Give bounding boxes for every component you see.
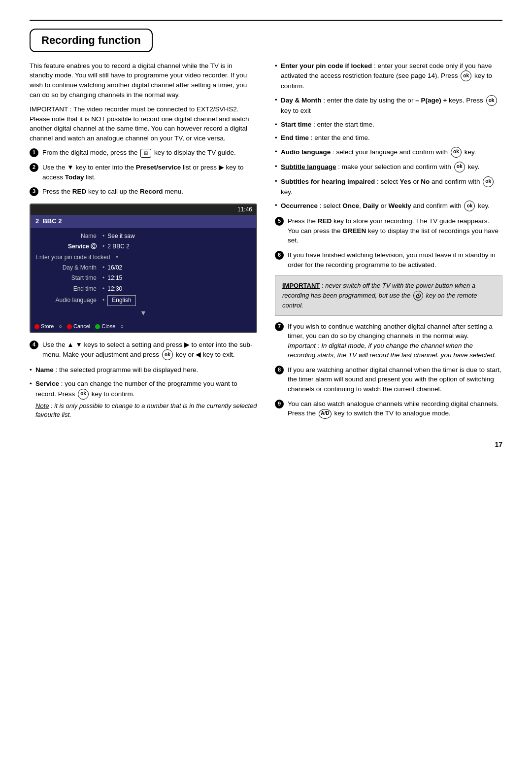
step-3: 3 Press the RED key to call up the Recor… <box>30 187 257 197</box>
tv-label-service: Service Ⓒ <box>35 242 100 251</box>
title-box: Recording function <box>30 29 153 52</box>
tv-btn-cancel: Cancel <box>67 323 90 331</box>
step-1: 1 From the digital mode, press the ⊞ key… <box>30 148 257 158</box>
red-dot-cancel <box>67 324 72 329</box>
tv-row-pin: Enter your pin code if locked • <box>31 252 256 263</box>
tv-btn-circle1: ○ <box>59 323 62 331</box>
step-4-number: 4 <box>30 340 38 349</box>
tv-btn-store: Store <box>34 323 54 331</box>
bullet-daymonth: Day & Month : enter the date by using th… <box>275 95 502 116</box>
tv-guide-key: ⊞ <box>140 149 151 158</box>
ok-key-pin: ok <box>461 70 471 81</box>
step-3-number: 3 <box>30 187 38 196</box>
left-column: This feature enables you to record a dig… <box>30 61 257 425</box>
step-7-content: If you wish to continue watching another… <box>288 322 502 360</box>
tv-screen-mockup: 11:46 2 BBC 2 Name • See it saw Service … <box>30 203 257 333</box>
two-column-layout: This feature enables you to record a dig… <box>30 61 502 425</box>
top-rule <box>30 20 502 21</box>
bullet-hearing: Subtitles for hearing impaired : select … <box>275 176 502 197</box>
step-4: 4 Use the ▲ ▼ keys to select a setting a… <box>30 340 257 361</box>
tv-scroll-arrow: ▼ <box>31 307 256 319</box>
step-2-content: Use the ▼ key to enter into the Preset/s… <box>42 163 257 182</box>
step-7-number: 7 <box>275 322 284 331</box>
tv-row-audiolang: Audio language • English <box>31 294 256 306</box>
ok-key-daymonth: ok <box>486 95 497 106</box>
tv-value-name: See it saw <box>107 232 134 240</box>
step-7: 7 If you wish to continue watching anoth… <box>275 322 502 360</box>
page-number: 17 <box>30 440 502 449</box>
step-3-content: Press the RED key to call up the Record … <box>42 187 257 197</box>
step-2-number: 2 <box>30 163 38 172</box>
service-note: Note : it is only possible to change to … <box>35 402 257 420</box>
right-bullet-list: Enter your pin code if locked : enter yo… <box>275 61 502 211</box>
ok-key-occurrence: ok <box>464 201 475 211</box>
step-2: 2 Use the ▼ key to enter into the Preset… <box>30 163 257 182</box>
tv-channel-bar: 2 BBC 2 <box>31 215 256 228</box>
intro-para-1: This feature enables you to record a dig… <box>30 61 257 100</box>
tv-label-pin: Enter your pin code if locked <box>35 253 113 262</box>
tv-label-name: Name <box>35 232 100 240</box>
step-8-content: If you are watching another digital chan… <box>288 365 502 394</box>
step-4-content: Use the ▲ ▼ keys to select a setting and… <box>42 340 257 361</box>
important-box: IMPORTANT : never switch off the TV with… <box>275 275 502 316</box>
bullet-subtitlelang: Subtitle language : make your selection … <box>275 162 502 172</box>
step-9-content: You can also watch analogue channels whi… <box>288 399 502 419</box>
step-1-content: From the digital mode, press the ⊞ key t… <box>42 148 257 158</box>
tv-row-endtime: End time • 12:30 <box>31 284 256 294</box>
green-dot-close <box>95 324 100 329</box>
tv-menu-area: Name • See it saw Service Ⓒ • 2 BBC 2 En… <box>31 228 256 321</box>
step-9-number: 9 <box>275 400 284 408</box>
page-title: Recording function <box>41 33 141 48</box>
av-key-icon: A/D <box>319 409 332 419</box>
step-1-number: 1 <box>30 148 38 157</box>
tv-btn-close: Close <box>95 323 115 331</box>
tv-row-service: Service Ⓒ • 2 BBC 2 <box>31 241 256 252</box>
ok-key-service: ok <box>78 389 89 400</box>
bullet-starttime: Start time : enter the start time. <box>275 120 502 130</box>
tv-btn-circle2: ○ <box>120 323 124 331</box>
tv-label-starttime: Start time <box>35 274 100 282</box>
tv-value-audiolang: English <box>107 295 135 305</box>
tv-time-bar: 11:46 <box>31 204 256 215</box>
ok-key-step4: ok <box>162 349 173 360</box>
bullet-service: Service : you can change the number of t… <box>30 379 257 420</box>
ok-key-audio: ok <box>451 147 462 158</box>
tv-value-endtime: 12:30 <box>107 285 122 293</box>
tv-label-audiolang: Audio language <box>35 296 100 305</box>
standby-key-icon: ⏻ <box>413 291 423 301</box>
tv-row-daymonth: Day & Month • 16/02 <box>31 263 256 273</box>
tv-label-endtime: End time <box>35 285 100 293</box>
step-6-number: 6 <box>275 251 284 260</box>
tv-row-starttime: Start time • 12:15 <box>31 273 256 283</box>
tv-value-starttime: 12:15 <box>107 274 122 282</box>
step-5: 5 Press the RED key to store your record… <box>275 216 502 245</box>
tv-time: 11:46 <box>237 205 252 214</box>
bullet-audiolang: Audio language : select your language an… <box>275 147 502 158</box>
step-6: 6 If you have finished watching televisi… <box>275 250 502 270</box>
intro-para-2: IMPORTANT : The video recorder must be c… <box>30 104 257 143</box>
right-column: Enter your pin code if locked : enter yo… <box>275 61 502 425</box>
close-label: Close <box>101 323 115 331</box>
tv-channel-label: 2 BBC 2 <box>35 217 62 225</box>
step-6-content: If you have finished watching television… <box>288 250 502 270</box>
red-dot-store <box>34 324 39 329</box>
tv-label-daymonth: Day & Month <box>35 264 100 272</box>
step-5-content: Press the RED key to store your recordin… <box>288 216 502 245</box>
step-5-number: 5 <box>275 217 284 226</box>
step-9: 9 You can also watch analogue channels w… <box>275 399 502 419</box>
tv-bottom-bar: Store ○ Cancel Close ○ <box>31 321 256 332</box>
step-8: 8 If you are watching another digital ch… <box>275 365 502 394</box>
step-8-number: 8 <box>275 366 284 374</box>
cancel-label: Cancel <box>73 323 90 331</box>
ok-key-hearing: ok <box>483 176 494 187</box>
page-container: Recording function This feature enables … <box>30 20 502 450</box>
tv-value-daymonth: 16/02 <box>107 264 122 272</box>
tv-value-service: 2 BBC 2 <box>107 242 130 251</box>
ok-key-subtitle: ok <box>454 162 465 172</box>
tv-row-name: Name • See it saw <box>31 231 256 241</box>
bullet-pin: Enter your pin code if locked : enter yo… <box>275 61 502 91</box>
bullet-name: Name : the selected programme will be di… <box>30 365 257 375</box>
bullet-occurrence: Occurrence : select Once, Daily or Weekl… <box>275 201 502 211</box>
bullet-endtime: End time : enter the end time. <box>275 133 502 143</box>
left-bullet-list: Name : the selected programme will be di… <box>30 365 257 420</box>
